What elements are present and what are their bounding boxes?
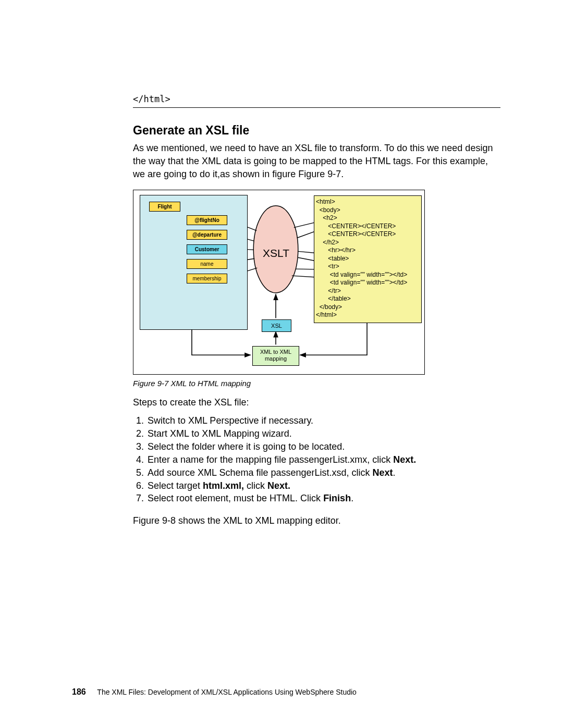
mapping-box: XML to XML mapping — [252, 346, 299, 366]
node-flightno: @flightNo — [187, 215, 227, 225]
html-target-panel: <html> <body> <h2> <CENTER></CENTER> <CE… — [314, 195, 422, 323]
steps-intro: Steps to create the XSL file: — [133, 397, 500, 408]
mapping-box-line2: mapping — [265, 355, 287, 362]
page-number: 186 — [72, 687, 86, 696]
node-name: name — [187, 259, 227, 269]
step-7: Select root element, must be HTML. Click… — [146, 492, 500, 505]
figure-caption: Figure 9-7 XML to HTML mapping — [133, 379, 500, 388]
node-customer: Customer — [187, 244, 227, 254]
html-target-code: <html> <body> <h2> <CENTER></CENTER> <CE… — [314, 196, 421, 322]
step-2: Start XML to XML Mapping wizard. — [146, 427, 500, 440]
page-footer: 186 The XML Files: Development of XML/XS… — [72, 687, 500, 697]
mapping-box-line1: XML to XML — [260, 349, 291, 355]
footer-title: The XML Files: Development of XML/XSL Ap… — [97, 688, 357, 696]
intro-paragraph: As we mentioned, we need to have an XSL … — [133, 142, 500, 180]
figure-9-7: Flight @flightNo @departure Customer nam… — [133, 190, 425, 375]
node-flight: Flight — [149, 202, 180, 212]
section-heading: Generate an XSL file — [133, 124, 500, 138]
step-1: Switch to XML Perspective if necessary. — [146, 414, 500, 427]
node-departure: @departure — [187, 230, 227, 240]
code-line: </html> — [133, 94, 500, 104]
step-5: Add source XML Schema file passengerList… — [146, 466, 500, 479]
closing-paragraph: Figure 9-8 shows the XML to XML mapping … — [133, 514, 500, 527]
step-3: Select the folder where it is going to b… — [146, 440, 500, 453]
xsl-box: XSL — [262, 319, 291, 332]
page: </html> Generate an XSL file As we menti… — [0, 0, 563, 728]
horizontal-rule — [133, 107, 500, 108]
step-4: Enter a name for the mapping file passen… — [146, 453, 500, 466]
step-6: Select target html.xml, click Next. — [146, 479, 500, 492]
steps-list: Switch to XML Perspective if necessary. … — [133, 414, 500, 505]
xslt-label: XSLT — [263, 247, 289, 260]
node-membership: membership — [187, 274, 227, 283]
